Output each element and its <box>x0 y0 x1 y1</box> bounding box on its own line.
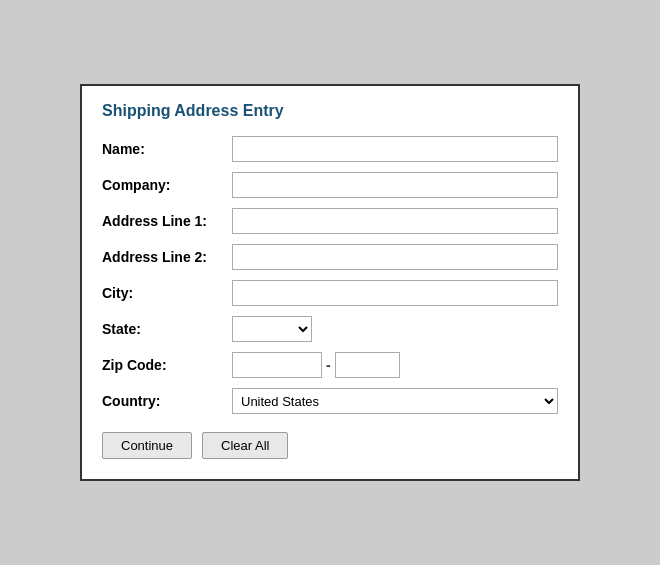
city-label: City: <box>102 285 232 301</box>
country-row: Country: United StatesCanadaMexicoUnited… <box>102 388 558 414</box>
address2-label: Address Line 2: <box>102 249 232 265</box>
country-select[interactable]: United StatesCanadaMexicoUnited KingdomA… <box>232 388 558 414</box>
address2-input[interactable] <box>232 244 558 270</box>
country-label: Country: <box>102 393 232 409</box>
clear-all-button[interactable]: Clear All <box>202 432 288 459</box>
zip-container: - <box>232 352 400 378</box>
zip-main-input[interactable] <box>232 352 322 378</box>
city-input[interactable] <box>232 280 558 306</box>
name-label: Name: <box>102 141 232 157</box>
zipcode-row: Zip Code: - <box>102 352 558 378</box>
zip-ext-input[interactable] <box>335 352 400 378</box>
address1-row: Address Line 1: <box>102 208 558 234</box>
company-label: Company: <box>102 177 232 193</box>
company-input[interactable] <box>232 172 558 198</box>
state-select[interactable]: ALAKAZARCACOCTDEFLGAHIIDILINIAKSKYLAMEMD… <box>232 316 312 342</box>
address2-row: Address Line 2: <box>102 244 558 270</box>
shipping-form: Shipping Address Entry Name: Company: Ad… <box>80 84 580 481</box>
company-row: Company: <box>102 172 558 198</box>
name-input[interactable] <box>232 136 558 162</box>
continue-button[interactable]: Continue <box>102 432 192 459</box>
address1-label: Address Line 1: <box>102 213 232 229</box>
city-row: City: <box>102 280 558 306</box>
address1-input[interactable] <box>232 208 558 234</box>
name-row: Name: <box>102 136 558 162</box>
button-row: Continue Clear All <box>102 432 558 459</box>
state-row: State: ALAKAZARCACOCTDEFLGAHIIDILINIAKSK… <box>102 316 558 342</box>
zipcode-label: Zip Code: <box>102 357 232 373</box>
state-label: State: <box>102 321 232 337</box>
zip-separator-icon: - <box>326 357 331 373</box>
form-title: Shipping Address Entry <box>102 102 558 120</box>
